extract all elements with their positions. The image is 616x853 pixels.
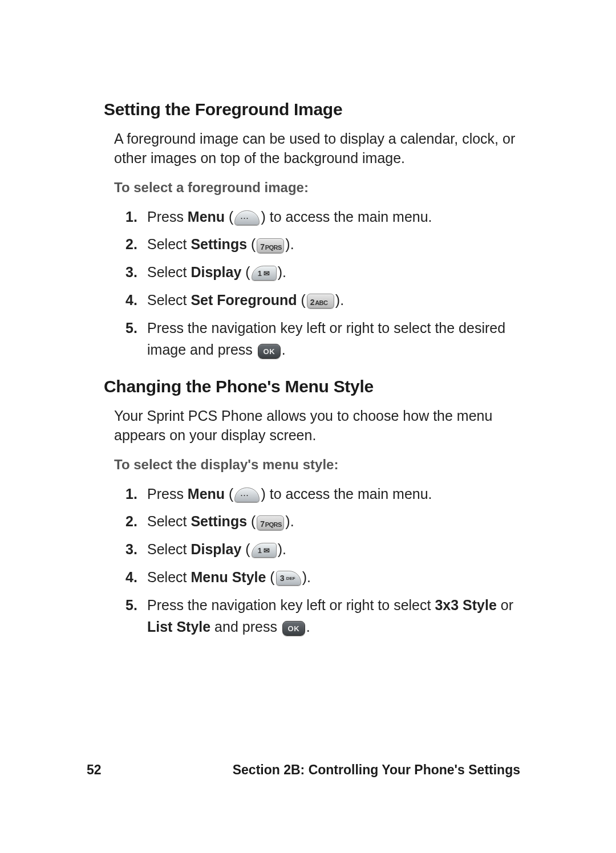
step-number: 2. bbox=[125, 233, 137, 255]
menu-key-icon bbox=[234, 488, 260, 502]
step-text: Press bbox=[147, 209, 188, 225]
step-text: ( bbox=[266, 569, 274, 585]
step-text: ). bbox=[302, 569, 311, 585]
step-bold: 3x3 Style bbox=[435, 597, 496, 613]
page-number: 52 bbox=[87, 762, 102, 778]
step-item: 3. Select Display (). bbox=[125, 261, 520, 283]
step-text: Select bbox=[147, 569, 191, 585]
step-text: Press the navigation key left or right t… bbox=[147, 320, 505, 358]
step-text: Select bbox=[147, 513, 191, 529]
step-item: 2. Select Settings (7PQRS). bbox=[125, 510, 520, 533]
step-text: or bbox=[497, 597, 513, 613]
step-number: 1. bbox=[125, 483, 137, 505]
two-key-icon: 2ABC bbox=[307, 294, 334, 308]
step-text: ) to access the main menu. bbox=[261, 209, 432, 225]
step-text: ). bbox=[285, 236, 294, 252]
step-bold: Menu bbox=[188, 209, 225, 225]
step-item: 4. Select Set Foreground (2ABC). bbox=[125, 289, 520, 311]
step-bold: Display bbox=[191, 264, 241, 280]
subhead-menustyle: To select the display's menu style: bbox=[114, 457, 520, 473]
step-text: Select bbox=[147, 264, 191, 280]
step-text: ( bbox=[247, 513, 256, 529]
step-bold: Menu Style bbox=[191, 569, 266, 585]
step-item: 4. Select Menu Style (). bbox=[125, 566, 520, 588]
step-text: ( bbox=[241, 541, 250, 557]
step-item: 3. Select Display (). bbox=[125, 538, 520, 560]
step-number: 4. bbox=[125, 289, 137, 311]
step-item: 2. Select Settings (7PQRS). bbox=[125, 233, 520, 255]
step-bold: Menu bbox=[188, 486, 225, 502]
page-footer: 52 Section 2B: Controlling Your Phone's … bbox=[0, 762, 616, 778]
seven-key-icon: 7PQRS bbox=[257, 238, 284, 253]
step-bold: Settings bbox=[191, 513, 247, 529]
step-number: 4. bbox=[125, 566, 137, 588]
menu-key-icon bbox=[234, 210, 260, 225]
steps-menustyle: 1. Press Menu () to access the main menu… bbox=[125, 483, 520, 639]
three-key-icon bbox=[276, 571, 301, 586]
step-text: . bbox=[282, 342, 286, 358]
step-text: Press bbox=[147, 486, 188, 502]
ok-key-icon: OK bbox=[282, 621, 305, 636]
step-bold: Set Foreground bbox=[191, 292, 297, 308]
step-text: ( bbox=[225, 209, 233, 225]
step-number: 3. bbox=[125, 538, 137, 560]
step-bold: Display bbox=[191, 541, 241, 557]
heading-foreground: Setting the Foreground Image bbox=[104, 100, 520, 119]
step-text: ) to access the main menu. bbox=[261, 486, 432, 502]
step-number: 2. bbox=[125, 510, 137, 533]
step-text: ). bbox=[285, 513, 294, 529]
step-item: 1. Press Menu () to access the main menu… bbox=[125, 483, 520, 505]
manual-page: Setting the Foreground Image A foregroun… bbox=[0, 0, 616, 638]
step-text: Select bbox=[147, 236, 191, 252]
step-item: 5. Press the navigation key left or righ… bbox=[125, 594, 520, 639]
step-text: Select bbox=[147, 541, 191, 557]
intro-menustyle: Your Sprint PCS Phone allows you to choo… bbox=[114, 407, 520, 445]
footer-section-label: Section 2B: Controlling Your Phone's Set… bbox=[233, 762, 520, 778]
step-item: 1. Press Menu () to access the main menu… bbox=[125, 206, 520, 228]
seven-key-icon: 7PQRS bbox=[257, 515, 284, 530]
step-text: ). bbox=[278, 264, 286, 280]
step-text: ( bbox=[297, 292, 306, 308]
step-text: ( bbox=[225, 486, 233, 502]
one-key-icon bbox=[252, 543, 277, 558]
step-text: and press bbox=[210, 619, 281, 635]
steps-foreground: 1. Press Menu () to access the main menu… bbox=[125, 206, 520, 361]
step-item: 5. Press the navigation key left or righ… bbox=[125, 317, 520, 361]
ok-key-icon: OK bbox=[258, 344, 281, 359]
step-bold: List Style bbox=[147, 619, 210, 635]
step-text: ). bbox=[335, 292, 344, 308]
step-text: ( bbox=[241, 264, 250, 280]
step-number: 3. bbox=[125, 261, 137, 283]
heading-menustyle: Changing the Phone's Menu Style bbox=[104, 377, 520, 396]
step-number: 5. bbox=[125, 317, 137, 339]
intro-foreground: A foreground image can be used to displa… bbox=[114, 129, 520, 168]
step-text: Select bbox=[147, 292, 191, 308]
step-text: . bbox=[306, 619, 310, 635]
step-number: 1. bbox=[125, 206, 137, 228]
step-text: Press the navigation key left or right t… bbox=[147, 597, 435, 613]
step-text: ( bbox=[247, 236, 256, 252]
step-number: 5. bbox=[125, 594, 137, 616]
step-bold: Settings bbox=[191, 236, 247, 252]
step-text: ). bbox=[278, 541, 286, 557]
subhead-foreground: To select a foreground image: bbox=[114, 180, 520, 196]
one-key-icon bbox=[252, 266, 277, 281]
